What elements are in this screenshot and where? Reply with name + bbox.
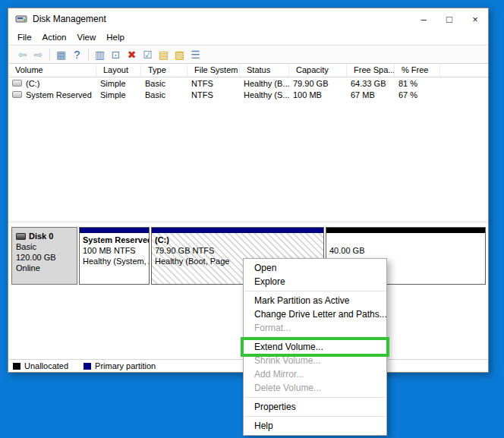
toolbar-separator bbox=[49, 49, 50, 61]
volume-table-body: (C:)SimpleBasicNTFSHealthy (B...79.90 GB… bbox=[8, 77, 488, 100]
legend-swatch-primary-partition bbox=[83, 363, 91, 370]
volume-list-pane: VolumeLayoutTypeFile SystemStatusCapacit… bbox=[8, 64, 488, 223]
back-icon[interactable]: ⇦ bbox=[14, 46, 30, 62]
column-header-type[interactable]: Type bbox=[141, 64, 187, 77]
titlebar: Disk Management – □ × bbox=[8, 8, 488, 30]
volume-cell-free-spa: 64.33 GB bbox=[347, 77, 395, 89]
partition-title: (C:) bbox=[155, 235, 320, 245]
volume-cell-free-spa: 67 MB bbox=[347, 89, 395, 100]
column-header-filler bbox=[440, 64, 488, 77]
volume-table-header: VolumeLayoutTypeFile SystemStatusCapacit… bbox=[8, 64, 488, 77]
disk-name-label: Disk 0 bbox=[29, 231, 53, 241]
volume-cell-file-system: NTFS bbox=[187, 77, 240, 89]
refresh-icon[interactable]: ⊡ bbox=[108, 46, 124, 62]
show-console-tree-icon[interactable]: ▦ bbox=[53, 46, 69, 62]
close-button[interactable]: × bbox=[462, 8, 488, 30]
disk-status: Online bbox=[16, 263, 73, 273]
volume-cell-layout: Simple bbox=[96, 77, 141, 89]
list-view-icon[interactable]: ☰ bbox=[187, 46, 203, 62]
disk-type: Basic bbox=[16, 241, 73, 252]
partition-stripe bbox=[326, 228, 485, 233]
column-header-free[interactable]: % Free bbox=[395, 64, 440, 77]
column-header-free-spa[interactable]: Free Spa... bbox=[347, 64, 395, 77]
partition-size: 40.00 GB bbox=[329, 245, 482, 256]
context-menu-item-explore[interactable]: Explore bbox=[244, 275, 386, 288]
menubar: FileActionViewHelp bbox=[8, 30, 488, 45]
menu-separator bbox=[244, 416, 386, 417]
volume-cell-capacity: 79.90 GB bbox=[289, 77, 347, 89]
column-header-volume[interactable]: Volume bbox=[8, 64, 96, 77]
volume-row-system-reserved[interactable]: System ReservedSimpleBasicNTFSHealthy (S… bbox=[8, 89, 488, 100]
context-menu: OpenExploreMark Partition as ActiveChang… bbox=[243, 258, 387, 436]
forward-icon[interactable]: ⇨ bbox=[30, 46, 46, 62]
partition-size: 100 MB NTFS bbox=[83, 245, 146, 256]
context-menu-item-add-mirror: Add Mirror... bbox=[244, 367, 386, 381]
partition-stripe bbox=[80, 228, 149, 233]
partition-body: System Reserved100 MB NTFSHealthy (Syste… bbox=[80, 233, 149, 284]
menu-action[interactable]: Action bbox=[37, 31, 72, 43]
menu-separator bbox=[244, 397, 386, 398]
volume-cell-free: 67 % bbox=[395, 89, 440, 100]
volume-cell-status: Healthy (B... bbox=[240, 77, 289, 89]
partition-status: Healthy (System, A bbox=[83, 256, 146, 266]
context-menu-item-help[interactable]: Help bbox=[244, 419, 386, 433]
menu-help[interactable]: Help bbox=[101, 31, 130, 43]
column-header-layout[interactable]: Layout bbox=[96, 64, 141, 77]
volume-cell-type: Basic bbox=[141, 77, 187, 89]
toolbar-separator bbox=[88, 49, 89, 61]
column-header-status[interactable]: Status bbox=[240, 64, 289, 77]
volume-icon bbox=[12, 80, 22, 87]
volume-cell-capacity: 100 MB bbox=[289, 89, 347, 100]
menu-file[interactable]: File bbox=[12, 31, 37, 43]
disk-management-app-icon bbox=[15, 13, 27, 25]
menu-separator bbox=[244, 337, 386, 338]
context-menu-item-mark-partition-as-active[interactable]: Mark Partition as Active bbox=[244, 294, 386, 307]
mark-active-icon[interactable]: ☑ bbox=[140, 46, 156, 62]
partition-stripe bbox=[152, 228, 323, 233]
disk-size: 120.00 GB bbox=[16, 252, 73, 263]
legend-swatch-unallocated bbox=[13, 363, 20, 370]
disk-0-panel[interactable]: Disk 0 Basic 120.00 GB Online bbox=[11, 227, 77, 285]
context-menu-item-format: Format... bbox=[244, 321, 386, 335]
action-pane-icon[interactable]: ▥ bbox=[92, 46, 108, 62]
volume-cell-free: 81 % bbox=[395, 77, 440, 89]
volume-cell-status: Healthy (S... bbox=[240, 89, 289, 100]
help-icon[interactable]: ? bbox=[69, 46, 85, 62]
volume-row-c[interactable]: (C:)SimpleBasicNTFSHealthy (B...79.90 GB… bbox=[8, 77, 488, 89]
toolbar: ⇦⇨▦?▥⊡✖☑▤▧☰ bbox=[8, 45, 488, 64]
menu-view[interactable]: View bbox=[72, 31, 102, 43]
partition-title: System Reserved bbox=[83, 235, 146, 245]
partition-size: 79.90 GB NTFS bbox=[155, 245, 320, 256]
menu-separator bbox=[244, 291, 386, 291]
context-menu-item-shrink-volume: Shrink Volume... bbox=[244, 354, 386, 367]
context-menu-item-delete-volume: Delete Volume... bbox=[244, 381, 386, 395]
volume-cell-type: Basic bbox=[141, 89, 187, 100]
disk-icon bbox=[16, 233, 26, 240]
window-title: Disk Management bbox=[33, 14, 106, 24]
volume-name-cell: (C:) bbox=[8, 77, 96, 89]
format-volume-icon[interactable]: ▧ bbox=[172, 46, 187, 62]
legend-item-primary-partition: Primary partition bbox=[83, 361, 156, 370]
context-menu-item-change-drive-letter-and-paths[interactable]: Change Drive Letter and Paths... bbox=[244, 307, 386, 321]
partition-title bbox=[329, 235, 482, 245]
volume-icon bbox=[12, 91, 22, 98]
volume-cell-file-system: NTFS bbox=[187, 89, 240, 100]
caption-buttons: – □ × bbox=[411, 8, 488, 30]
volume-name-cell: System Reserved bbox=[8, 89, 96, 100]
delete-volume-icon[interactable]: ✖ bbox=[124, 46, 140, 62]
maximize-button[interactable]: □ bbox=[436, 8, 462, 30]
volume-cell-layout: Simple bbox=[96, 89, 141, 100]
context-menu-item-open[interactable]: Open bbox=[244, 261, 386, 275]
column-header-capacity[interactable]: Capacity bbox=[289, 64, 347, 77]
column-header-file-system[interactable]: File System bbox=[187, 64, 240, 77]
context-menu-item-properties[interactable]: Properties bbox=[244, 400, 386, 414]
legend-item-unallocated: Unallocated bbox=[13, 361, 68, 370]
open-volume-icon[interactable]: ▤ bbox=[156, 46, 172, 62]
minimize-button[interactable]: – bbox=[411, 8, 436, 30]
partition-system-reserved[interactable]: System Reserved100 MB NTFSHealthy (Syste… bbox=[79, 227, 150, 285]
context-menu-item-extend-volume[interactable]: Extend Volume... bbox=[244, 340, 386, 354]
disk-name: Disk 0 bbox=[16, 231, 73, 241]
